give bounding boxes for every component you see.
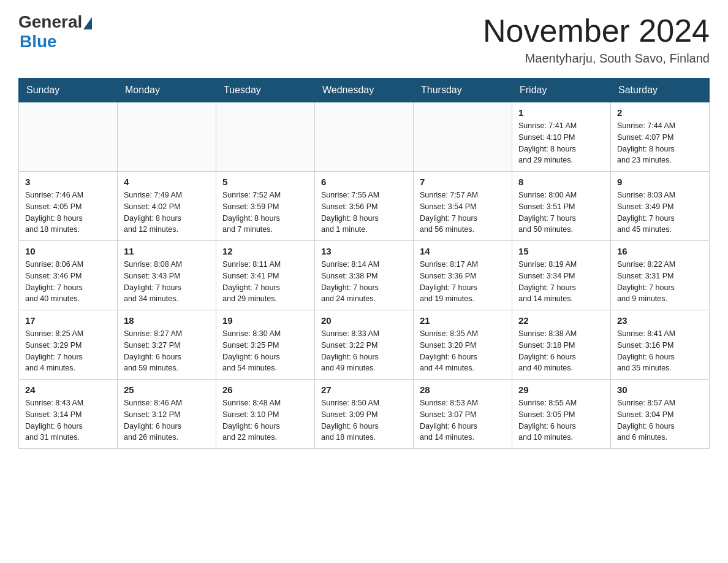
- calendar-cell: 10Sunrise: 8:06 AM Sunset: 3:46 PM Dayli…: [19, 241, 118, 310]
- calendar-cell: 15Sunrise: 8:19 AM Sunset: 3:34 PM Dayli…: [512, 241, 611, 310]
- logo-arrow-icon: [83, 17, 92, 29]
- calendar-cell: 28Sunrise: 8:53 AM Sunset: 3:07 PM Dayli…: [414, 380, 512, 449]
- calendar-cell: 11Sunrise: 8:08 AM Sunset: 3:43 PM Dayli…: [118, 241, 216, 310]
- calendar-cell: 1Sunrise: 7:41 AM Sunset: 4:10 PM Daylig…: [512, 102, 611, 172]
- day-info: Sunrise: 8:43 AM Sunset: 3:14 PM Dayligh…: [25, 397, 111, 443]
- day-number: 23: [617, 315, 703, 326]
- calendar-cell: 4Sunrise: 7:49 AM Sunset: 4:02 PM Daylig…: [118, 172, 216, 241]
- calendar-cell: 21Sunrise: 8:35 AM Sunset: 3:20 PM Dayli…: [414, 310, 512, 380]
- day-number: 13: [321, 246, 407, 256]
- day-info: Sunrise: 8:25 AM Sunset: 3:29 PM Dayligh…: [25, 328, 111, 374]
- calendar-cell: 3Sunrise: 7:46 AM Sunset: 4:05 PM Daylig…: [19, 172, 118, 241]
- calendar-cell: 20Sunrise: 8:33 AM Sunset: 3:22 PM Dayli…: [315, 310, 414, 380]
- day-number: 6: [321, 177, 407, 187]
- calendar-table: SundayMondayTuesdayWednesdayThursdayFrid…: [18, 78, 710, 449]
- day-number: 29: [518, 385, 604, 395]
- calendar-cell: [414, 102, 512, 172]
- day-info: Sunrise: 8:22 AM Sunset: 3:31 PM Dayligh…: [617, 259, 703, 305]
- calendar-cell: [315, 102, 414, 172]
- day-info: Sunrise: 7:57 AM Sunset: 3:54 PM Dayligh…: [420, 190, 506, 236]
- day-number: 11: [124, 246, 210, 256]
- day-number: 20: [321, 315, 407, 326]
- day-info: Sunrise: 8:38 AM Sunset: 3:18 PM Dayligh…: [518, 328, 604, 374]
- day-number: 10: [25, 246, 111, 256]
- day-number: 18: [124, 315, 210, 326]
- month-title: November 2024: [483, 12, 710, 49]
- day-info: Sunrise: 8:50 AM Sunset: 3:09 PM Dayligh…: [321, 397, 407, 443]
- day-number: 28: [420, 385, 506, 395]
- day-info: Sunrise: 8:06 AM Sunset: 3:46 PM Dayligh…: [25, 259, 111, 305]
- column-header-friday: Friday: [512, 79, 611, 102]
- calendar-cell: 29Sunrise: 8:55 AM Sunset: 3:05 PM Dayli…: [512, 380, 611, 449]
- day-info: Sunrise: 8:46 AM Sunset: 3:12 PM Dayligh…: [124, 397, 210, 443]
- day-info: Sunrise: 8:30 AM Sunset: 3:25 PM Dayligh…: [222, 328, 308, 374]
- day-info: Sunrise: 8:19 AM Sunset: 3:34 PM Dayligh…: [518, 259, 604, 305]
- day-number: 21: [420, 315, 506, 326]
- calendar-cell: 8Sunrise: 8:00 AM Sunset: 3:51 PM Daylig…: [512, 172, 611, 241]
- day-info: Sunrise: 8:41 AM Sunset: 3:16 PM Dayligh…: [617, 328, 703, 374]
- column-header-wednesday: Wednesday: [315, 79, 414, 102]
- calendar-cell: 23Sunrise: 8:41 AM Sunset: 3:16 PM Dayli…: [611, 310, 710, 380]
- day-number: 1: [518, 107, 604, 118]
- day-number: 19: [222, 315, 308, 326]
- day-info: Sunrise: 8:11 AM Sunset: 3:41 PM Dayligh…: [222, 259, 308, 305]
- day-number: 27: [321, 385, 407, 395]
- calendar-cell: [118, 102, 216, 172]
- calendar-week-5: 24Sunrise: 8:43 AM Sunset: 3:14 PM Dayli…: [19, 380, 710, 449]
- day-info: Sunrise: 8:53 AM Sunset: 3:07 PM Dayligh…: [420, 397, 506, 443]
- day-number: 24: [25, 385, 111, 395]
- day-info: Sunrise: 8:08 AM Sunset: 3:43 PM Dayligh…: [124, 259, 210, 305]
- day-info: Sunrise: 7:55 AM Sunset: 3:56 PM Dayligh…: [321, 190, 407, 236]
- day-info: Sunrise: 7:46 AM Sunset: 4:05 PM Dayligh…: [25, 190, 111, 236]
- calendar-cell: 27Sunrise: 8:50 AM Sunset: 3:09 PM Dayli…: [315, 380, 414, 449]
- calendar-week-1: 1Sunrise: 7:41 AM Sunset: 4:10 PM Daylig…: [19, 102, 710, 172]
- day-info: Sunrise: 7:49 AM Sunset: 4:02 PM Dayligh…: [124, 190, 210, 236]
- column-header-sunday: Sunday: [19, 79, 118, 102]
- calendar-cell: 2Sunrise: 7:44 AM Sunset: 4:07 PM Daylig…: [611, 102, 710, 172]
- calendar-week-4: 17Sunrise: 8:25 AM Sunset: 3:29 PM Dayli…: [19, 310, 710, 380]
- calendar-cell: [19, 102, 118, 172]
- day-number: 8: [518, 177, 604, 187]
- day-number: 7: [420, 177, 506, 187]
- calendar-cell: 7Sunrise: 7:57 AM Sunset: 3:54 PM Daylig…: [414, 172, 512, 241]
- day-number: 3: [25, 177, 111, 187]
- day-number: 12: [222, 246, 308, 256]
- calendar-cell: 5Sunrise: 7:52 AM Sunset: 3:59 PM Daylig…: [216, 172, 315, 241]
- day-number: 16: [617, 246, 703, 256]
- day-info: Sunrise: 8:55 AM Sunset: 3:05 PM Dayligh…: [518, 397, 604, 443]
- calendar-cell: 18Sunrise: 8:27 AM Sunset: 3:27 PM Dayli…: [118, 310, 216, 380]
- logo-general-text: General: [18, 12, 82, 32]
- day-info: Sunrise: 7:52 AM Sunset: 3:59 PM Dayligh…: [222, 190, 308, 236]
- calendar-cell: 25Sunrise: 8:46 AM Sunset: 3:12 PM Dayli…: [118, 380, 216, 449]
- location-text: Maentyharju, South Savo, Finland: [483, 52, 710, 66]
- calendar-week-2: 3Sunrise: 7:46 AM Sunset: 4:05 PM Daylig…: [19, 172, 710, 241]
- day-number: 25: [124, 385, 210, 395]
- title-area: November 2024 Maentyharju, South Savo, F…: [483, 12, 710, 66]
- day-info: Sunrise: 8:57 AM Sunset: 3:04 PM Dayligh…: [617, 397, 703, 443]
- logo: General Blue: [18, 12, 92, 52]
- day-info: Sunrise: 7:41 AM Sunset: 4:10 PM Dayligh…: [518, 120, 604, 166]
- calendar-cell: 9Sunrise: 8:03 AM Sunset: 3:49 PM Daylig…: [611, 172, 710, 241]
- day-number: 15: [518, 246, 604, 256]
- day-info: Sunrise: 8:35 AM Sunset: 3:20 PM Dayligh…: [420, 328, 506, 374]
- calendar-cell: 14Sunrise: 8:17 AM Sunset: 3:36 PM Dayli…: [414, 241, 512, 310]
- day-info: Sunrise: 8:33 AM Sunset: 3:22 PM Dayligh…: [321, 328, 407, 374]
- calendar-cell: 24Sunrise: 8:43 AM Sunset: 3:14 PM Dayli…: [19, 380, 118, 449]
- calendar-cell: 26Sunrise: 8:48 AM Sunset: 3:10 PM Dayli…: [216, 380, 315, 449]
- day-info: Sunrise: 7:44 AM Sunset: 4:07 PM Dayligh…: [617, 120, 703, 166]
- column-header-tuesday: Tuesday: [216, 79, 315, 102]
- day-number: 30: [617, 385, 703, 395]
- day-number: 22: [518, 315, 604, 326]
- calendar-cell: 6Sunrise: 7:55 AM Sunset: 3:56 PM Daylig…: [315, 172, 414, 241]
- day-number: 26: [222, 385, 308, 395]
- column-header-monday: Monday: [118, 79, 216, 102]
- day-info: Sunrise: 8:03 AM Sunset: 3:49 PM Dayligh…: [617, 190, 703, 236]
- day-info: Sunrise: 8:00 AM Sunset: 3:51 PM Dayligh…: [518, 190, 604, 236]
- day-number: 2: [617, 107, 703, 118]
- calendar-cell: 22Sunrise: 8:38 AM Sunset: 3:18 PM Dayli…: [512, 310, 611, 380]
- day-info: Sunrise: 8:17 AM Sunset: 3:36 PM Dayligh…: [420, 259, 506, 305]
- calendar-cell: 30Sunrise: 8:57 AM Sunset: 3:04 PM Dayli…: [611, 380, 710, 449]
- day-number: 17: [25, 315, 111, 326]
- day-number: 9: [617, 177, 703, 187]
- calendar-cell: 13Sunrise: 8:14 AM Sunset: 3:38 PM Dayli…: [315, 241, 414, 310]
